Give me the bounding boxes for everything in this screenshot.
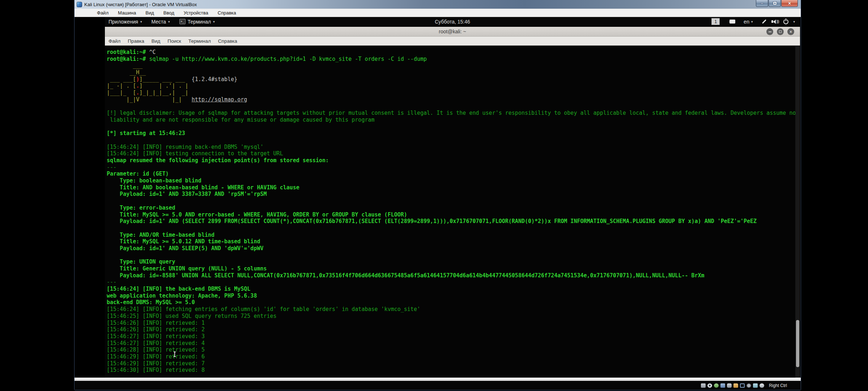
hard-disk-icon[interactable] (701, 383, 706, 388)
terminal-line: Parameter: id (GET) (107, 171, 800, 177)
display-icon[interactable] (740, 383, 745, 388)
terminal-icon: >_ (179, 19, 186, 24)
terminal-line: [15:46:30] [INFO] retrieved: 8 (107, 367, 800, 374)
close-icon: × (788, 1, 791, 6)
applications-menu[interactable]: Приложения ▾ (109, 19, 142, 25)
terminal-line: [15:46:26] [INFO] retrieved: 1 (107, 320, 800, 327)
workspace-indicator[interactable]: 1 (711, 18, 720, 25)
shared-folders-icon[interactable] (733, 383, 738, 388)
terminal-line: Payload: id=1' AND SLEEP(5) AND 'dpWV'='… (107, 245, 800, 252)
vbox-window-controls: × (756, 0, 798, 7)
terminal-window-controls: × (766, 28, 794, 35)
terminal-line: Title: Generic UNION query (NULL) - 5 co… (107, 265, 800, 272)
terminal-line: Title: AND boolean-based blind - WHERE o… (107, 184, 800, 191)
terminal-menubar: Файл Правка Вид Поиск Терминал Справка (105, 37, 800, 46)
brush-icon[interactable] (762, 19, 766, 24)
restore-button[interactable] (769, 0, 781, 7)
terminal-line: [15:46:29] [INFO] retrieved: 6 (107, 353, 800, 360)
terminal-line: [15:46:26] [INFO] retrieved: 2 (107, 326, 800, 333)
restore-icon (773, 2, 776, 5)
close-icon: × (790, 30, 792, 34)
terminal-line: __H__ (107, 69, 800, 76)
features-icon[interactable] (753, 383, 758, 388)
minimize-icon (760, 3, 764, 4)
virtualbox-window: Kali Linux (чистая) [Работает] - Oracle … (74, 0, 801, 390)
terminal-menu-label: Терминал (188, 19, 211, 25)
terminal-scrollbar[interactable] (795, 46, 800, 381)
places-menu[interactable]: Места ▾ (151, 19, 170, 25)
vbox-menubar: Файл Машина Вид Ввод Устройства Справка (75, 9, 801, 17)
scrollbar-thumb[interactable] (796, 320, 799, 367)
terminal-line: [15:46:24] [INFO] testing connection to … (107, 150, 800, 157)
text-cursor-ibeam (174, 352, 175, 357)
close-button[interactable]: × (781, 0, 798, 7)
chevron-down-icon: ▾ (213, 20, 215, 24)
keyboard-layout-label: en (744, 19, 749, 25)
panel-clock[interactable]: Суббота, 15:46 (435, 19, 470, 25)
terminal-line (107, 198, 800, 205)
terminal-line: [!] legal disclaimer: Usage of sqlmap fo… (107, 110, 800, 117)
places-label: Места (151, 19, 166, 25)
panel-chevron-down-icon[interactable]: ▾ (793, 20, 795, 24)
terminal-line: back-end DBMS: MySQL >= 5.0 (107, 299, 800, 306)
terminal-line: root@kali:~# sqlmap -u http://www.kvm.co… (107, 56, 800, 63)
terminal-line (107, 137, 800, 144)
chevron-down-icon: ▾ (168, 20, 170, 24)
optical-drive-icon[interactable] (707, 383, 712, 388)
terminal-line: ___ (107, 62, 800, 69)
terminal-line: ___ ___[)]_____ ___ ___ {1.2.4#stable} (107, 76, 800, 83)
vbox-statusbar: Right Ctrl (75, 381, 801, 390)
vbox-window-title: Kali Linux (чистая) [Работает] - Oracle … (84, 2, 197, 7)
terminal-line: [15:46:24] [INFO] resuming back-end DBMS… (107, 144, 800, 151)
network-icon[interactable] (720, 383, 725, 388)
terminal-minimize-button[interactable] (766, 28, 773, 35)
vbox-menu-devices[interactable]: Устройства (184, 10, 208, 16)
minimize-button[interactable] (756, 0, 768, 7)
terminal-maximize-button[interactable] (777, 28, 784, 35)
terminal-line: [15:46:27] [INFO] retrieved: 4 (107, 340, 800, 347)
terminal-line (107, 123, 800, 130)
keyboard-layout-switcher[interactable]: en ▾ (744, 19, 753, 25)
vbox-menu-file[interactable]: Файл (97, 10, 109, 16)
terminal-line: Payload: id=1' AND (SELECT 2899 FROM(SEL… (107, 218, 800, 225)
terminal-line (107, 252, 800, 259)
virtualbox-app-icon (77, 2, 82, 7)
vbox-menu-help[interactable]: Справка (218, 10, 236, 16)
terminal-menu-view[interactable]: Вид (152, 38, 160, 44)
maximize-icon (779, 30, 782, 33)
terminal-line: [15:46:28] [INFO] retrieved: 5 (107, 346, 800, 353)
chevron-down-icon: ▾ (751, 20, 753, 24)
vbox-menu-input[interactable]: Ввод (163, 10, 174, 16)
guest-screen: Приложения ▾ Места ▾ >_ Терминал ▾ Суббо… (105, 17, 800, 381)
terminal-menu-search[interactable]: Поиск (167, 38, 181, 44)
vbox-menu-machine[interactable]: Машина (118, 10, 136, 16)
mouse-integration-icon[interactable] (760, 383, 764, 388)
terminal-line: --- (107, 164, 800, 171)
terminal-line: Type: error-based (107, 205, 800, 211)
terminal-line: Title: MySQL >= 5.0.12 AND time-based bl… (107, 238, 800, 245)
terminal-app-menu[interactable]: >_ Терминал ▾ (179, 19, 215, 25)
terminal-menu-terminal[interactable]: Терминал (188, 38, 211, 44)
terminal-menu-help[interactable]: Справка (218, 38, 237, 44)
video-capture-icon[interactable] (746, 383, 751, 388)
vbox-menu-view[interactable]: Вид (145, 10, 154, 16)
kali-top-panel: Приложения ▾ Места ▾ >_ Терминал ▾ Суббо… (105, 17, 800, 26)
power-icon[interactable] (783, 19, 788, 24)
terminal-line (107, 103, 800, 110)
terminal-line: root@kali:~# ^C (107, 49, 800, 56)
volume-icon[interactable]: ))) (771, 20, 779, 24)
audio-icon[interactable] (714, 383, 719, 388)
terminal-line: web application technology: Apache, PHP … (107, 293, 800, 299)
terminal-line: [15:46:24] [INFO] fetching entries of co… (107, 306, 800, 313)
terminal-menu-edit[interactable]: Правка (128, 38, 144, 44)
terminal-output[interactable]: root@kali:~# ^Croot@kali:~# sqlmap -u ht… (105, 46, 800, 381)
volume-waves: ))) (776, 20, 779, 24)
usb-icon[interactable] (727, 383, 732, 388)
terminal-line: [15:46:27] [INFO] retrieved: 3 (107, 333, 800, 340)
screen-recorder-icon[interactable] (729, 20, 735, 24)
terminal-line: sqlmap resumed the following injection p… (107, 157, 800, 164)
terminal-menu-file[interactable]: Файл (109, 38, 120, 44)
terminal-close-button[interactable]: × (787, 28, 794, 35)
terminal-titlebar[interactable]: root@kali: ~ × (105, 27, 800, 37)
vbox-titlebar[interactable]: Kali Linux (чистая) [Работает] - Oracle … (75, 0, 801, 9)
